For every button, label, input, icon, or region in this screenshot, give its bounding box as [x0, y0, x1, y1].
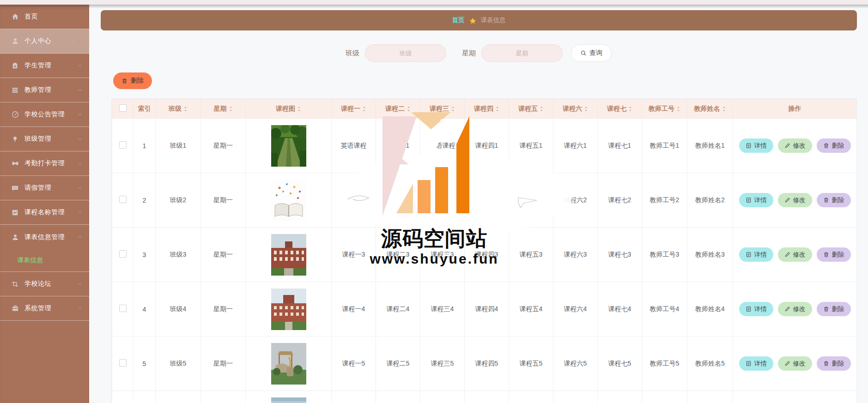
cell-course-4: 课程四4 — [465, 282, 509, 337]
row-checkbox[interactable] — [119, 305, 127, 312]
sidebar-subitem[interactable]: 课表信息 — [0, 249, 89, 272]
row-detail-label: 详情 — [754, 251, 767, 259]
column-header-course2[interactable]: 课程二 — [376, 99, 420, 119]
sidebar-item[interactable]: 考勤打卡管理 — [0, 151, 89, 176]
cell-week: 星期一 — [201, 337, 246, 391]
column-header-course3[interactable]: 课程三 — [420, 99, 465, 119]
column-header-course7[interactable]: 课程七 — [598, 99, 642, 119]
sort-icon[interactable] — [722, 106, 726, 112]
cell-course-4 — [465, 391, 509, 403]
course-image[interactable] — [271, 125, 306, 167]
trash-icon — [823, 306, 829, 312]
sidebar-item-label: 考勤打卡管理 — [24, 159, 77, 168]
column-label: 索引 — [138, 105, 151, 113]
sidebar-item[interactable]: 学校公告管理 — [0, 102, 89, 127]
class-filter-input[interactable] — [365, 44, 446, 62]
sidebar-item[interactable]: 学生管理 — [0, 54, 89, 78]
column-header-course4[interactable]: 课程四 — [465, 99, 509, 119]
sidebar-item[interactable]: 个人中心 — [0, 29, 89, 54]
course-image[interactable] — [271, 289, 306, 330]
sidebar-item[interactable]: 课表信息管理 — [0, 225, 89, 249]
row-delete-button[interactable]: 删除 — [817, 247, 851, 262]
cell-course-6: 课程六3 — [553, 228, 598, 282]
sort-icon[interactable] — [584, 106, 588, 112]
row-edit-button[interactable]: 修改 — [778, 247, 812, 262]
row-checkbox[interactable] — [119, 359, 127, 367]
column-header-course1[interactable]: 课程一 — [332, 99, 376, 119]
row-checkbox[interactable] — [119, 250, 127, 258]
column-header-class[interactable]: 班级 — [156, 99, 201, 119]
row-edit-button[interactable]: 修改 — [778, 302, 812, 316]
trash-icon — [823, 143, 829, 149]
query-button[interactable]: 查询 — [571, 44, 612, 62]
row-delete-button[interactable]: 删除 — [817, 356, 851, 371]
column-header-course5[interactable]: 课程五 — [509, 99, 553, 119]
row-detail-button[interactable]: 详情 — [739, 138, 773, 153]
sort-icon[interactable] — [628, 106, 632, 112]
course-image[interactable] — [271, 343, 306, 385]
row-detail-button[interactable]: 详情 — [739, 356, 773, 371]
sort-icon[interactable] — [297, 106, 301, 112]
sidebar-item[interactable]: 班级管理 — [0, 127, 89, 151]
course-image[interactable] — [271, 180, 306, 221]
row-checkbox[interactable] — [119, 196, 127, 203]
row-detail-button[interactable]: 详情 — [739, 193, 773, 207]
cell-course-5: 课程五4 — [509, 282, 553, 337]
cell-actions: 详情修改删除 — [733, 337, 857, 391]
sidebar-item[interactable]: 学校论坛 — [0, 272, 89, 296]
row-edit-button[interactable]: 修改 — [778, 193, 812, 207]
cell-teacher-id: 教师工号4 — [642, 282, 687, 337]
sort-icon[interactable] — [495, 106, 499, 112]
chevron-up-icon — [77, 235, 83, 240]
cell-course-6: 课程六2 — [553, 173, 598, 228]
main-content: 首页 课表信息 班级 星期 查询 删除 索引班级星期课程图课程一课程二 — [89, 5, 868, 403]
row-detail-button[interactable]: 详情 — [739, 247, 773, 262]
search-icon — [580, 50, 587, 56]
sort-icon[interactable] — [183, 106, 188, 112]
cell-course-2: 课程二4 — [376, 282, 420, 337]
cell-teacher-id: 教师工号3 — [642, 228, 687, 282]
sort-icon[interactable] — [362, 106, 366, 112]
sort-icon[interactable] — [676, 106, 680, 112]
row-delete-button[interactable]: 删除 — [817, 138, 851, 153]
cell-actions: 详情修改删除 — [733, 173, 857, 228]
column-header-image[interactable]: 课程图 — [246, 99, 332, 119]
cell-actions: 详情修改删除 — [733, 119, 857, 173]
course-image[interactable] — [271, 397, 306, 403]
cell-week: 星期一 — [201, 282, 246, 337]
cell-teacher-id — [642, 391, 687, 403]
table-row: 1班级1星期一英语课程课程二1英语课程课程四1课程五1课程六1课程七1教师工号1… — [112, 119, 857, 173]
week-filter-input[interactable] — [481, 44, 563, 62]
row-delete-button[interactable]: 删除 — [817, 193, 851, 207]
row-delete-button[interactable]: 删除 — [817, 302, 851, 316]
column-header-teacher_name[interactable]: 教师姓名 — [687, 99, 733, 119]
cell-course-image — [246, 337, 332, 391]
sidebar-item[interactable]: 首页 — [0, 5, 89, 29]
course-image[interactable] — [271, 234, 306, 276]
select-all-checkbox[interactable] — [119, 104, 127, 112]
bulk-delete-button[interactable]: 删除 — [113, 72, 152, 89]
column-header-teacher_id[interactable]: 教师工号 — [642, 99, 687, 119]
column-header-course6[interactable]: 课程六 — [553, 99, 598, 119]
row-edit-button[interactable]: 修改 — [778, 356, 812, 371]
sort-icon[interactable] — [229, 106, 233, 112]
sidebar-item[interactable]: 系统管理 — [0, 296, 89, 321]
row-select-cell — [112, 228, 134, 282]
cell-actions: 详情修改删除 — [733, 282, 857, 337]
sidebar-item[interactable]: 教师管理 — [0, 78, 89, 102]
row-edit-button[interactable]: 修改 — [778, 138, 812, 153]
chevron-down-icon — [77, 63, 83, 68]
cell-course-3: 课程三5 — [420, 337, 465, 391]
column-header-week[interactable]: 星期 — [201, 99, 246, 119]
document-icon — [746, 361, 752, 367]
sidebar-item[interactable]: 请假管理 — [0, 176, 89, 200]
row-detail-button[interactable]: 详情 — [739, 302, 773, 316]
sort-icon[interactable] — [407, 106, 411, 112]
row-checkbox[interactable] — [119, 141, 127, 149]
sidebar-item[interactable]: 课程名称管理 — [0, 200, 89, 225]
sort-icon[interactable] — [451, 106, 455, 112]
sort-icon[interactable] — [540, 106, 544, 112]
cell-teacher-name: 教师姓名1 — [687, 119, 733, 173]
cell-course-5: 课程五5 — [509, 337, 553, 391]
breadcrumb-home-link[interactable]: 首页 — [452, 16, 465, 24]
